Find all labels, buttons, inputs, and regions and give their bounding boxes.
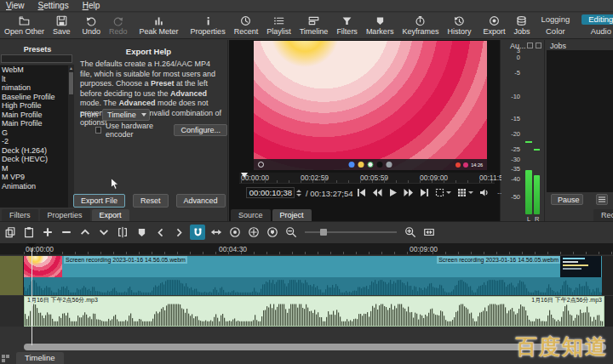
recent-button[interactable]: Recent [230, 13, 263, 38]
play-button[interactable] [388, 188, 398, 197]
rewind-button[interactable] [372, 188, 382, 197]
next-marker-button[interactable] [171, 225, 186, 240]
previous-marker-button[interactable] [152, 225, 168, 240]
hardware-encoder-checkbox[interactable] [95, 127, 101, 134]
layout-editing-button[interactable]: Editing [581, 14, 613, 25]
advanced-button[interactable]: Advanced [176, 194, 226, 208]
spin-down-icon[interactable] [296, 194, 301, 196]
ripple-all-tracks-button[interactable] [246, 225, 261, 240]
copy-button[interactable] [3, 225, 18, 240]
export-from-combo[interactable]: Timeline [102, 109, 150, 121]
player-time-ruler[interactable]: 00:00:00 00:02:59 00:05:59 00:09:00 00:1… [239, 173, 495, 184]
configure-button[interactable]: Configure... [174, 124, 227, 136]
timeline-playhead-grip[interactable] [27, 243, 36, 248]
timeline-ruler[interactable]: 00:00:00 00:04:30 00:09:00 [0, 243, 613, 255]
timeline-zoom-slider[interactable] [305, 231, 397, 233]
paste-button[interactable] [21, 225, 37, 240]
player-playhead[interactable] [241, 173, 248, 178]
skip-start-button[interactable] [357, 188, 366, 197]
history-button[interactable]: History [443, 13, 475, 38]
preset-item[interactable]: -2 [0, 137, 74, 146]
video-clip[interactable]: Screen recording 2023-01-16 14.56.05.web… [24, 256, 602, 295]
preset-item[interactable]: Main Profile [0, 111, 74, 120]
preset-item[interactable]: G [0, 128, 74, 138]
export-button[interactable]: Export [478, 13, 509, 38]
audio-clip[interactable]: 1月16日 下午2点56分.mp3 1月16日 下午2点56分.mp3 [24, 296, 604, 327]
spin-up-icon[interactable] [296, 190, 301, 192]
zoom-out-button[interactable] [284, 225, 299, 240]
preset-item[interactable]: WebM [0, 65, 74, 75]
keyframes-button[interactable]: Keyframes [398, 13, 443, 38]
lift-button[interactable] [77, 225, 93, 240]
save-button[interactable]: Save [49, 13, 75, 38]
current-position-field[interactable]: 00:00:10;38 [246, 187, 295, 198]
preset-item[interactable]: Baseline Profile [0, 93, 74, 102]
preset-item[interactable]: nimation [0, 83, 74, 93]
marker-button[interactable] [134, 225, 149, 240]
split-button[interactable] [115, 225, 130, 240]
append-button[interactable] [40, 225, 55, 240]
fast-forward-button[interactable] [404, 188, 414, 197]
preset-list-scrollbar[interactable]: ▲ [68, 65, 74, 208]
properties-button[interactable]: Properties [186, 13, 230, 38]
close-dock-icon[interactable] [536, 43, 541, 48]
overwrite-button[interactable] [96, 225, 112, 240]
jobs-list[interactable] [547, 50, 613, 192]
scrub-while-dragging-button[interactable] [209, 225, 224, 240]
tab-properties[interactable]: Properties [40, 209, 90, 221]
preset-item[interactable]: Deck (H.264) [0, 146, 74, 156]
playlist-button[interactable]: Playlist [262, 13, 295, 38]
filters-button[interactable]: Filters [332, 13, 362, 38]
redo-button[interactable]: Redo [105, 13, 132, 38]
grid-button[interactable] [457, 188, 473, 197]
timeline-playhead-line[interactable] [32, 243, 32, 345]
ripple-toggle-button[interactable] [227, 225, 243, 240]
jobs-button[interactable]: Jobs [509, 13, 534, 38]
tab-timeline[interactable]: Timeline [16, 352, 64, 364]
scrollbar-thumb[interactable] [69, 72, 73, 94]
scroll-up-icon[interactable]: ▲ [68, 65, 74, 71]
layout-logging-button[interactable]: Logging [534, 14, 576, 25]
skip-end-button[interactable] [420, 188, 429, 197]
zoom-fit-button[interactable] [421, 225, 437, 240]
zoom-in-button[interactable] [403, 225, 418, 240]
open-other-button[interactable]: Open Other [0, 13, 49, 38]
undo-button[interactable]: Undo [78, 13, 106, 38]
preset-item[interactable]: M VP9 [0, 173, 74, 182]
preset-item[interactable]: Deck (HEVC) [0, 155, 74, 164]
position-spinner[interactable] [295, 187, 302, 198]
snap-toggle-button[interactable] [190, 225, 205, 240]
ripple-markers-button[interactable] [265, 225, 280, 240]
zoom-slider-handle[interactable] [320, 229, 327, 236]
preset-search-input[interactable] [1, 54, 72, 63]
menu-settings[interactable]: Settings [38, 0, 69, 12]
peak-meter-button[interactable]: Peak Meter [135, 13, 183, 38]
preset-item[interactable]: Main Profile [0, 119, 74, 128]
preset-item[interactable]: lt [0, 75, 74, 84]
markers-button[interactable]: Markers [362, 13, 398, 38]
preset-list[interactable]: WebM lt nimation Baseline Profile High P… [0, 65, 74, 208]
preset-item[interactable]: High Profile [0, 101, 74, 111]
tab-source[interactable]: Source [231, 209, 271, 221]
float-dock-icon[interactable] [527, 43, 533, 48]
timeline-button[interactable]: Timeline [295, 13, 333, 38]
reset-button[interactable]: Reset [133, 194, 169, 208]
preview-zoom-button[interactable] [435, 188, 451, 197]
preset-item[interactable]: M [0, 164, 74, 173]
ripple-delete-button[interactable] [59, 225, 74, 240]
menu-help[interactable]: Help [83, 0, 100, 12]
video-track-header[interactable] [0, 256, 24, 295]
tab-filters[interactable]: Filters [2, 209, 38, 221]
preset-item[interactable]: Animation [0, 182, 74, 191]
export-file-button[interactable]: Export File [73, 194, 125, 208]
layout-color-button[interactable]: Color [534, 26, 576, 37]
jobs-menu-button[interactable] [596, 194, 608, 205]
menu-view[interactable]: View [6, 0, 25, 12]
layout-audio-button[interactable]: Audio [581, 26, 613, 37]
tab-project[interactable]: Project [272, 209, 312, 221]
audio-track-header[interactable] [0, 296, 24, 327]
volume-button[interactable] [479, 188, 490, 197]
tab-export[interactable]: Export [92, 209, 129, 221]
tab-recent[interactable]: Recent [593, 209, 613, 221]
pause-jobs-button[interactable]: Pause [551, 194, 583, 205]
